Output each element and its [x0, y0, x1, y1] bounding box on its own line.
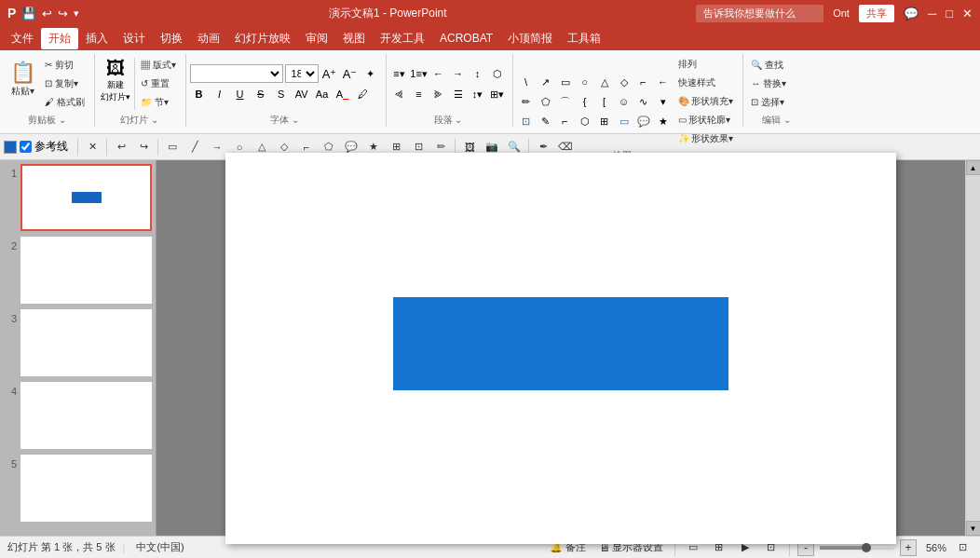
undo-toolbar-btn[interactable]: ↩	[111, 137, 131, 157]
text-direction-btn[interactable]: ↕	[469, 64, 487, 83]
bullets-btn[interactable]: ≡▾	[390, 64, 409, 83]
italic-btn[interactable]: I	[211, 85, 229, 103]
shape-freeform[interactable]: ✏	[517, 92, 536, 111]
slide-canvas[interactable]	[225, 153, 896, 544]
columns-btn[interactable]: ⊞▾	[488, 85, 507, 103]
slide-image-5[interactable]	[20, 455, 152, 522]
find-btn[interactable]: 🔍 查找	[747, 57, 805, 74]
arrange-btn[interactable]: 排列	[674, 56, 738, 73]
change-case-btn[interactable]: Aa	[313, 85, 332, 103]
shape-rect[interactable]: ▭	[556, 73, 575, 91]
shape-select[interactable]: ⊡	[517, 112, 536, 130]
menu-simplereport[interactable]: 小顶简报	[500, 28, 560, 49]
shape-wave[interactable]: ∿	[634, 92, 653, 111]
share-button[interactable]: 共享	[859, 5, 894, 22]
strikethrough-btn[interactable]: S	[252, 85, 270, 103]
shape-brace[interactable]: {	[576, 92, 594, 111]
shape-edit[interactable]: ✎	[537, 112, 555, 130]
language-btn[interactable]: 中文(中国)	[132, 539, 187, 555]
shape-smile[interactable]: ☺	[615, 92, 633, 111]
menu-insert[interactable]: 插入	[78, 28, 116, 49]
shape-rangle[interactable]: ⌐	[634, 73, 653, 91]
shape-triangle[interactable]: △	[595, 73, 614, 91]
shapes-more[interactable]: ▾	[654, 92, 673, 111]
canvas-area[interactable]	[157, 160, 965, 536]
slide-thumb-2[interactable]: 2	[4, 237, 152, 304]
shape-curve[interactable]: ⌒	[556, 92, 575, 111]
align-center-btn[interactable]: ≡	[410, 85, 429, 103]
scroll-down-btn[interactable]: ▼	[966, 521, 981, 536]
shape-circle[interactable]: ○	[576, 73, 594, 91]
clear-format-btn[interactable]: ✦	[361, 64, 380, 83]
scroll-up-btn[interactable]: ▲	[966, 160, 981, 175]
shape-effect-btn[interactable]: ✨ 形状效果▾	[674, 130, 738, 147]
tb-arrow[interactable]: →	[207, 137, 227, 157]
font-size-select[interactable]: 18	[285, 64, 319, 83]
menu-slideshow[interactable]: 幻灯片放映	[227, 28, 298, 49]
numbering-btn[interactable]: 1≡▾	[410, 64, 429, 83]
menu-view[interactable]: 视图	[335, 28, 373, 49]
bold-btn[interactable]: B	[190, 85, 209, 103]
shape-line[interactable]: \	[517, 73, 536, 91]
shape-textbox[interactable]: ⊞	[595, 112, 614, 130]
tb-rect[interactable]: ▭	[162, 137, 183, 157]
underline-btn[interactable]: U	[231, 85, 250, 103]
shadow-btn[interactable]: S	[272, 85, 291, 103]
shape-callout[interactable]: 💬	[634, 112, 653, 130]
menu-design[interactable]: 设计	[116, 28, 153, 49]
font-color-btn[interactable]: A_	[333, 85, 352, 103]
align-left-btn[interactable]: ⫷	[390, 85, 409, 103]
slide-thumb-4[interactable]: 4	[4, 382, 152, 449]
quick-styles-btn[interactable]: 快速样式	[674, 75, 738, 91]
quick-save[interactable]: 💾	[21, 7, 36, 20]
zoom-in-btn[interactable]: +	[900, 539, 917, 556]
increase-font-btn[interactable]: A⁺	[320, 64, 339, 83]
shape-larrow[interactable]: ←	[654, 73, 673, 91]
shape-fill[interactable]: ▭	[615, 112, 633, 130]
shape-bracket[interactable]: [	[595, 92, 614, 111]
reference-line-checkbox[interactable]	[20, 141, 32, 153]
menu-review[interactable]: 审阅	[298, 28, 335, 49]
shape-fill-btn[interactable]: 🎨 形状填充▾	[674, 93, 738, 110]
zoom-slider[interactable]	[820, 546, 894, 550]
shape-3d[interactable]: ⬡	[576, 112, 594, 130]
redo-toolbar-btn[interactable]: ↪	[133, 137, 154, 157]
convert-smartart-btn[interactable]: ⬡	[488, 64, 507, 83]
search-box[interactable]: 告诉我你想要做什么	[696, 5, 823, 22]
user-account[interactable]: Ont	[833, 7, 850, 19]
replace-btn[interactable]: ↔ 替换▾	[747, 75, 805, 92]
slide-thumb-3[interactable]: 3	[4, 309, 152, 376]
menu-home[interactable]: 开始	[41, 28, 78, 49]
cut-button[interactable]: ✂ 剪切	[41, 57, 88, 74]
slide-image-1[interactable]	[20, 164, 152, 231]
menu-acrobat[interactable]: ACROBAT	[432, 29, 500, 48]
shape-star[interactable]: ★	[654, 112, 673, 130]
menu-file[interactable]: 文件	[4, 28, 41, 49]
copy-button[interactable]: ⊡ 复制▾	[41, 75, 88, 92]
right-scrollbar[interactable]: ▲ ▼	[965, 160, 980, 536]
shape-arrow[interactable]: ↗	[537, 73, 555, 91]
close-btn[interactable]: ✕	[962, 7, 973, 20]
menu-developer[interactable]: 开发工具	[373, 28, 432, 49]
reset-button[interactable]: ↺ 重置	[137, 75, 180, 92]
close-toolbar-btn[interactable]: ✕	[82, 137, 102, 157]
blue-rectangle[interactable]	[393, 297, 728, 390]
tb-line[interactable]: ╱	[184, 137, 205, 157]
slide-thumb-5[interactable]: 5	[4, 455, 152, 522]
comment-btn[interactable]: 💬	[904, 7, 919, 20]
align-right-btn[interactable]: ⫸	[429, 85, 448, 103]
decrease-font-btn[interactable]: A⁻	[341, 64, 360, 83]
section-button[interactable]: 📁 节▾	[137, 94, 180, 111]
layout-button[interactable]: ▦ 版式▾	[137, 57, 180, 74]
menu-animation[interactable]: 动画	[190, 28, 227, 49]
minimize-btn[interactable]: ─	[928, 7, 936, 20]
font-name-select[interactable]	[190, 64, 283, 83]
quick-redo[interactable]: ↪	[58, 7, 68, 20]
quick-access-more[interactable]: ▾	[74, 7, 79, 20]
indent-less-btn[interactable]: ←	[429, 64, 448, 83]
shape-connector[interactable]: ⌐	[556, 112, 575, 130]
maximize-btn[interactable]: □	[946, 7, 953, 20]
shape-pentagon[interactable]: ⬠	[537, 92, 555, 111]
line-spacing-btn[interactable]: ↕▾	[469, 85, 487, 103]
slide-thumb-1[interactable]: 1	[4, 164, 152, 231]
